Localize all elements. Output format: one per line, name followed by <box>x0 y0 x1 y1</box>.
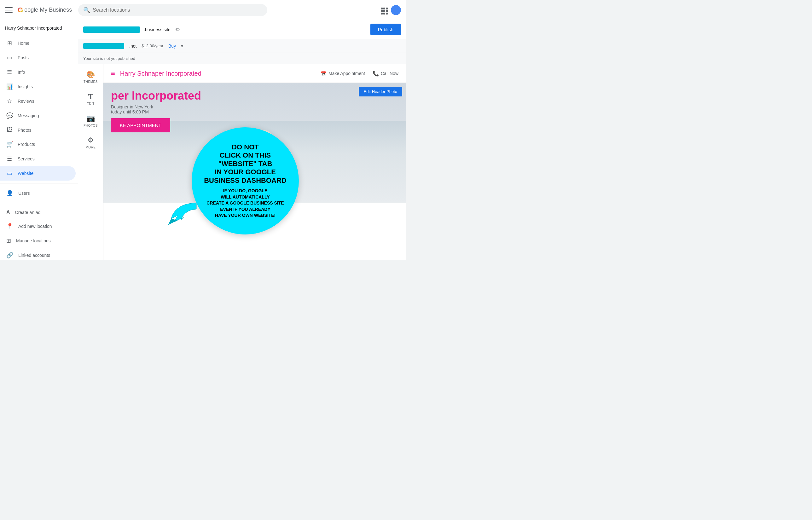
domain-suffix: .business.site <box>144 27 171 32</box>
editor-top-bar: .business.site ✏ Publish <box>78 20 406 39</box>
sidebar-item-add-location-label: Add new location <box>18 224 52 229</box>
warning-arrow <box>166 200 201 225</box>
sidebar-divider-2 <box>0 203 78 203</box>
call-now-btn[interactable]: 📞 Call Now <box>373 71 398 77</box>
logo-area: G oogle My Business <box>18 6 72 14</box>
buy-domain-link[interactable]: Buy <box>168 44 176 49</box>
panel-more[interactable]: ⚙ MORE <box>78 132 103 153</box>
preview-site: ≡ Harry Schnaper Incorporated 📅 Make App… <box>103 64 406 260</box>
create-ad-icon: A <box>6 210 10 215</box>
services-icon: ☰ <box>6 155 12 162</box>
warning-sub-text: IF YOU DO, GOOGLE WILL AUTOMATICALLY CRE… <box>204 188 287 219</box>
domain-highlight-badge <box>83 26 140 33</box>
top-bar: G oogle My Business 🔍 <box>0 0 406 20</box>
not-published-bar: Your site is not yet published <box>78 53 406 64</box>
publish-button[interactable]: Publish <box>370 24 401 35</box>
sidebar-item-manage-locations[interactable]: ⊞ Manage locations <box>0 234 78 248</box>
warning-bubble: DO NOT CLICK ON THIS "WEBSITE" TAB IN YO… <box>192 127 299 234</box>
more-icon: ⚙ <box>88 136 94 144</box>
preview-actions: 📅 Make Appointment 📞 Call Now <box>320 71 398 77</box>
domain-row: .net $12.00/year Buy ▾ <box>78 39 406 53</box>
panel-themes[interactable]: 🎨 THEMES <box>78 67 103 87</box>
sidebar-item-info[interactable]: ☰ Info <box>0 65 76 79</box>
buy-dropdown-icon[interactable]: ▾ <box>181 44 183 49</box>
sidebar-item-add-location[interactable]: 📍 Add new location <box>0 219 78 234</box>
sidebar-item-create-ad[interactable]: A Create an ad <box>0 206 78 219</box>
domain2-highlight <box>83 43 124 49</box>
sidebar-item-insights-label: Insights <box>18 84 33 89</box>
sidebar-item-insights[interactable]: 📊 Insights <box>0 79 76 94</box>
website-icon: ▭ <box>6 170 12 177</box>
sidebar-item-posts-label: Posts <box>18 55 29 60</box>
sidebar-item-reviews[interactable]: ☆ Reviews <box>0 94 76 108</box>
themes-label: THEMES <box>83 80 98 83</box>
manage-locations-icon: ⊞ <box>6 237 11 244</box>
info-icon: ☰ <box>6 69 12 76</box>
domain2-extension: .net <box>129 44 136 49</box>
panel-photos[interactable]: 📷 PHOTOS <box>78 111 103 131</box>
main-content: .business.site ✏ Publish .net $12.00/yea… <box>78 20 406 260</box>
sidebar-item-manage-locations-label: Manage locations <box>16 238 51 243</box>
add-location-icon: 📍 <box>6 223 13 230</box>
avatar[interactable] <box>391 5 401 15</box>
preview-hero-hours: today until 5:00 PM <box>111 109 398 114</box>
preview-hero-text: per Incorporated Designer in New York to… <box>111 89 398 132</box>
insights-icon: 📊 <box>6 83 12 90</box>
sidebar-nav: ⊞ Home ▭ Posts ☰ Info 📊 Insights ☆ Revie… <box>0 33 78 260</box>
sidebar-divider-1 <box>0 183 78 183</box>
sidebar-item-linked-accounts-label: Linked accounts <box>18 253 50 258</box>
sidebar-item-website[interactable]: ▭ Website <box>0 166 76 181</box>
top-bar-right <box>379 5 401 15</box>
more-label: MORE <box>86 146 96 149</box>
make-appointment-label: Make Appointment <box>329 71 365 76</box>
messaging-icon: 💬 <box>6 112 12 119</box>
edit-domain-icon[interactable]: ✏ <box>176 26 180 33</box>
sidebar-item-users[interactable]: 👤 Users <box>0 186 78 201</box>
preview-hero-subtitle: Designer in New York <box>111 104 398 109</box>
google-logo-g: G <box>18 6 23 14</box>
preview-menu-icon[interactable]: ≡ <box>111 69 115 78</box>
photos-icon: 🖼 <box>6 127 12 133</box>
themes-icon: 🎨 <box>86 71 95 79</box>
preview-hero-title: per Incorporated <box>111 89 398 102</box>
preview-biz-name: Harry Schnaper Incorporated <box>120 70 320 77</box>
editor-area: 🎨 THEMES T EDIT 📷 PHOTOS ⚙ MORE <box>78 64 406 260</box>
sidebar-item-services-label: Services <box>18 156 35 161</box>
make-appointment-btn[interactable]: 📅 Make Appointment <box>320 71 365 77</box>
reviews-icon: ☆ <box>6 98 12 105</box>
sidebar-item-users-label: Users <box>18 191 30 196</box>
sidebar-item-home[interactable]: ⊞ Home <box>0 36 76 50</box>
grid-icon[interactable] <box>379 6 387 14</box>
main-layout: Harry Schnaper Incorporated ⊞ Home ▭ Pos… <box>0 20 406 260</box>
phone-icon: 📞 <box>373 71 379 77</box>
warning-main-text: DO NOT CLICK ON THIS "WEBSITE" TAB IN YO… <box>204 143 287 185</box>
sidebar-item-create-ad-label: Create an ad <box>15 210 41 215</box>
sidebar-item-website-label: Website <box>18 171 33 176</box>
home-icon: ⊞ <box>6 40 12 47</box>
preview-area: ≡ Harry Schnaper Incorporated 📅 Make App… <box>103 64 406 260</box>
panel-edit[interactable]: T EDIT <box>78 88 103 109</box>
sidebar-item-services[interactable]: ☰ Services <box>0 152 76 166</box>
search-bar[interactable]: 🔍 <box>78 4 267 16</box>
sidebar-item-posts[interactable]: ▭ Posts <box>0 50 76 65</box>
hamburger-icon[interactable] <box>5 6 12 14</box>
preview-cta-button[interactable]: KE APPOINTMENT <box>111 118 170 132</box>
left-panel: 🎨 THEMES T EDIT 📷 PHOTOS ⚙ MORE <box>78 64 103 260</box>
panel-photos-icon: 📷 <box>86 114 95 123</box>
edit-header-photo-btn[interactable]: Edit Header Photo <box>359 87 402 97</box>
domain2-price: $12.00/year <box>141 44 163 48</box>
sidebar-item-photos-label: Photos <box>18 128 31 133</box>
not-published-text: Your site is not yet published <box>83 56 135 61</box>
sidebar-item-photos[interactable]: 🖼 Photos <box>0 123 76 137</box>
search-input[interactable] <box>93 7 262 13</box>
sidebar-item-linked-accounts[interactable]: 🔗 Linked accounts <box>0 248 78 260</box>
call-now-label: Call Now <box>381 71 398 76</box>
sidebar-item-products[interactable]: 🛒 Products <box>0 137 76 152</box>
sidebar-item-messaging[interactable]: 💬 Messaging <box>0 108 76 123</box>
products-icon: 🛒 <box>6 141 12 148</box>
sidebar-item-home-label: Home <box>18 41 29 46</box>
google-logo-text: oogle My Business <box>24 7 72 13</box>
sidebar: Harry Schnaper Incorporated ⊞ Home ▭ Pos… <box>0 20 78 260</box>
users-icon: 👤 <box>6 190 13 197</box>
sidebar-item-products-label: Products <box>18 142 35 147</box>
